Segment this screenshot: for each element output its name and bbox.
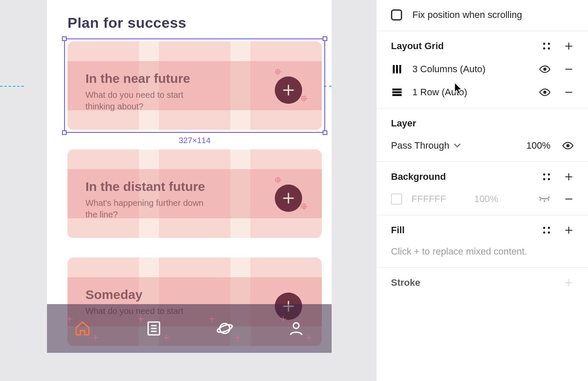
- component-marker-icon: [281, 317, 285, 321]
- svg-rect-8: [393, 65, 394, 73]
- svg-rect-12: [392, 88, 402, 90]
- svg-point-11: [543, 67, 546, 70]
- layout-grid-title: Layout Grid: [391, 41, 444, 52]
- color-swatch[interactable]: [391, 193, 402, 205]
- canvas-area[interactable]: Plan for success In the near future What…: [0, 0, 376, 381]
- visibility-toggle[interactable]: [539, 65, 550, 73]
- layout-grid-item-label: 3 Columns (Auto): [412, 64, 485, 75]
- add-button[interactable]: [275, 76, 302, 104]
- layout-grid-item-columns[interactable]: 3 Columns (Auto): [391, 64, 573, 75]
- component-marker-icon: [94, 336, 98, 340]
- section-stroke: Stroke: [376, 268, 588, 299]
- remove-grid-button[interactable]: [564, 88, 573, 97]
- svg-point-5: [548, 43, 550, 45]
- plus-icon: [282, 192, 295, 205]
- svg-point-2: [217, 323, 233, 334]
- add-layout-grid-button[interactable]: [564, 41, 573, 51]
- style-picker-icon[interactable]: [542, 172, 551, 182]
- svg-rect-10: [399, 65, 401, 73]
- list-icon: [145, 320, 162, 337]
- svg-point-15: [543, 91, 546, 94]
- svg-point-20: [548, 178, 550, 180]
- section-layout-grid: Layout Grid 3 Columns (Auto): [376, 31, 588, 108]
- resize-handle-se[interactable]: [323, 130, 327, 135]
- page-title: Plan for success: [68, 15, 186, 31]
- selection-dimensions: 327×114: [179, 136, 211, 145]
- card-heading: In the distant future: [85, 179, 205, 194]
- component-marker-icon: [236, 336, 240, 340]
- section-background: Background FFFFFF 100%: [376, 162, 588, 215]
- chevron-down-icon: [454, 143, 461, 148]
- alignment-guide: [324, 86, 332, 87]
- card-heading: Someday: [85, 287, 142, 302]
- layout-grid-item-rows[interactable]: 1 Row (Auto): [391, 87, 573, 98]
- nav-home[interactable]: [47, 304, 118, 353]
- svg-rect-14: [392, 94, 402, 96]
- svg-rect-13: [392, 91, 402, 93]
- blend-mode-label: Pass Through: [391, 140, 450, 151]
- component-marker-icon: [210, 317, 214, 321]
- user-icon: [288, 320, 305, 337]
- component-marker-icon: [302, 204, 306, 208]
- plus-icon: [282, 84, 295, 97]
- fill-title: Fill: [391, 225, 405, 236]
- section-constraints: Fix position when scrolling: [376, 0, 588, 31]
- add-button[interactable]: [275, 185, 302, 212]
- resize-handle-sw[interactable]: [62, 130, 67, 135]
- svg-point-18: [548, 173, 550, 176]
- home-icon: [74, 320, 91, 337]
- svg-point-6: [543, 47, 545, 50]
- nav-profile[interactable]: [261, 304, 332, 353]
- stroke-title: Stroke: [391, 277, 420, 288]
- visibility-toggle[interactable]: [539, 88, 550, 97]
- cursor-icon: [453, 82, 465, 94]
- fix-position-checkbox[interactable]: [391, 9, 402, 21]
- blend-mode-select[interactable]: Pass Through: [391, 140, 461, 151]
- component-marker-icon: [165, 336, 169, 340]
- remove-background-button[interactable]: [564, 194, 573, 204]
- background-title: Background: [391, 171, 446, 182]
- nav-list[interactable]: [118, 304, 190, 353]
- remove-grid-button[interactable]: [564, 64, 573, 74]
- svg-point-3: [293, 323, 299, 328]
- add-background-button[interactable]: [564, 172, 573, 182]
- svg-point-22: [548, 227, 550, 229]
- design-frame[interactable]: Plan for success In the near future What…: [47, 0, 332, 353]
- alignment-guide: [0, 86, 24, 87]
- svg-point-16: [566, 144, 569, 147]
- layer-title: Layer: [391, 118, 573, 129]
- component-marker-icon: [302, 96, 306, 100]
- inspector-panel: Fix position when scrolling Layout Grid: [376, 0, 588, 381]
- section-fill: Fill Click + to replace mixed content.: [376, 215, 588, 268]
- card-near-future[interactable]: In the near future What do you need to s…: [68, 41, 322, 130]
- visibility-toggle[interactable]: [562, 141, 573, 150]
- add-stroke-button[interactable]: [564, 278, 573, 287]
- component-marker-icon: [307, 336, 311, 340]
- card-subtext: What's happening further down the line?: [85, 197, 209, 220]
- style-picker-icon[interactable]: [542, 226, 551, 235]
- add-fill-button[interactable]: [564, 226, 573, 235]
- svg-point-7: [548, 47, 550, 50]
- visibility-hidden-icon[interactable]: [538, 195, 550, 203]
- fill-mixed-hint: Click + to replace mixed content.: [391, 246, 573, 257]
- fix-position-label: Fix position when scrolling: [412, 9, 522, 21]
- nav-explore[interactable]: [189, 304, 261, 353]
- svg-point-23: [543, 232, 545, 234]
- section-layer: Layer Pass Through 100%: [376, 108, 588, 162]
- background-opacity[interactable]: 100%: [474, 193, 498, 205]
- bottom-nav: [47, 304, 332, 353]
- svg-point-21: [543, 227, 545, 229]
- grid-styles-icon[interactable]: [542, 41, 551, 51]
- svg-point-19: [543, 178, 545, 180]
- resize-handle-nw[interactable]: [62, 36, 67, 41]
- resize-handle-ne[interactable]: [323, 36, 327, 41]
- card-heading: In the near future: [85, 71, 190, 86]
- background-hex[interactable]: FFFFFF: [412, 193, 446, 205]
- svg-rect-9: [396, 65, 398, 73]
- card-distant-future[interactable]: In the distant future What's happening f…: [68, 149, 322, 238]
- planet-icon: [216, 320, 233, 337]
- card-subtext: What do you need to start thinking about…: [85, 89, 209, 112]
- columns-icon: [391, 64, 403, 75]
- svg-point-24: [548, 232, 550, 234]
- layer-opacity-input[interactable]: 100%: [526, 140, 550, 151]
